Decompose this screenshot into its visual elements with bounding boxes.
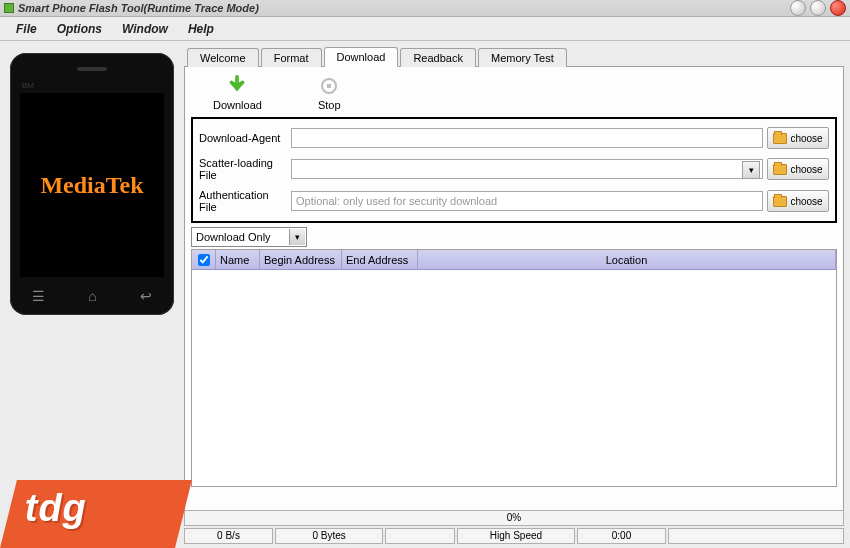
tab-memory-test[interactable]: Memory Test [478,48,567,67]
grid-header: Name Begin Address End Address Location [192,250,836,270]
file-box: Download-Agent choose Scatter-loading Fi… [191,117,837,223]
tab-format[interactable]: Format [261,48,322,67]
status-speed: 0 B/s [184,528,273,544]
tab-download[interactable]: Download [324,47,399,67]
tab-readback[interactable]: Readback [400,48,476,67]
auth-label: Authentication File [199,189,287,213]
download-action-label: Download [213,99,262,111]
mode-select[interactable]: Download Only [191,227,307,247]
status-blank2 [668,528,844,544]
partition-grid: Name Begin Address End Address Location [191,249,837,487]
auth-input[interactable] [291,191,763,211]
status-mode: High Speed [457,528,575,544]
phone-brand: MediaTek [40,172,143,199]
choose-label: choose [790,133,822,144]
folder-icon [773,164,787,175]
col-checkbox[interactable] [192,250,216,269]
col-location[interactable]: Location [418,250,836,269]
status-area: 0% 0 B/s 0 Bytes High Speed 0:00 [184,510,844,544]
back-icon: ↩ [140,288,152,304]
window-title: Smart Phone Flash Tool(Runtime Trace Mod… [18,2,259,14]
right-pane: Welcome Format Download Readback Memory … [184,41,850,548]
scatter-choose-button[interactable]: choose [767,158,829,180]
home-icon: ⌂ [88,288,96,304]
menu-file[interactable]: File [6,19,47,39]
menu-window[interactable]: Window [112,19,178,39]
content: BM MediaTek ☰ ⌂ ↩ Welcome Format Downloa… [0,41,850,548]
close-button[interactable] [830,0,846,16]
menu-help[interactable]: Help [178,19,224,39]
menu-icon: ☰ [32,288,45,304]
download-arrow-icon [226,75,248,97]
phone-graphic: BM MediaTek ☰ ⌂ ↩ [10,53,174,315]
phone-earpiece [77,67,107,71]
tab-strip: Welcome Format Download Readback Memory … [184,47,844,67]
tdg-text: tdg [11,480,186,530]
stop-action-label: Stop [318,99,341,111]
status-row: 0 B/s 0 Bytes High Speed 0:00 [184,528,844,544]
tab-welcome[interactable]: Welcome [187,48,259,67]
col-begin[interactable]: Begin Address [260,250,342,269]
mode-value: Download Only [196,231,271,243]
phone-navbar: ☰ ⌂ ↩ [10,285,174,307]
stop-action[interactable]: Stop [318,75,341,111]
status-time: 0:00 [577,528,666,544]
col-name[interactable]: Name [216,250,260,269]
phone-bm-label: BM [22,81,34,90]
stop-icon [318,75,340,97]
tab-body: Download Stop Download-Agent choose Scat… [184,67,844,522]
choose-label: choose [790,196,822,207]
status-blank1 [385,528,455,544]
phone-screen: MediaTek [20,93,164,277]
col-end[interactable]: End Address [342,250,418,269]
status-bytes: 0 Bytes [275,528,383,544]
select-all-checkbox[interactable] [198,254,210,266]
da-choose-button[interactable]: choose [767,127,829,149]
app-icon [4,3,14,13]
da-label: Download-Agent [199,132,287,144]
maximize-button[interactable] [810,0,826,16]
action-row: Download Stop [191,73,837,117]
download-action[interactable]: Download [213,75,262,111]
choose-label: choose [790,164,822,175]
titlebar: Smart Phone Flash Tool(Runtime Trace Mod… [0,0,850,17]
folder-icon [773,196,787,207]
tdg-watermark: tdg [0,480,192,548]
da-input[interactable] [291,128,763,148]
left-pane: BM MediaTek ☰ ⌂ ↩ [0,41,184,548]
minimize-button[interactable] [790,0,806,16]
menu-options[interactable]: Options [47,19,112,39]
scatter-label: Scatter-loading File [199,157,287,181]
menubar: File Options Window Help [0,17,850,41]
scatter-combo[interactable] [291,159,763,179]
auth-choose-button[interactable]: choose [767,190,829,212]
folder-icon [773,133,787,144]
progress-bar: 0% [184,510,844,526]
